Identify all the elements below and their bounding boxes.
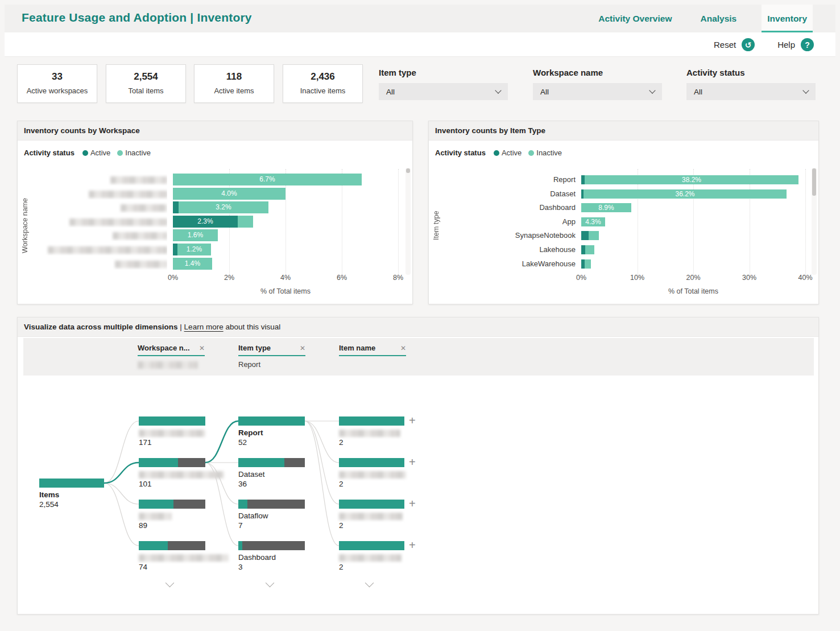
reset-icon[interactable]: ↺ — [742, 38, 755, 51]
app-header: Feature Usage and Adoption | Inventory A… — [5, 5, 835, 32]
scrollbar[interactable] — [812, 168, 817, 275]
x-tick-label: 8% — [393, 274, 403, 282]
scrollbar[interactable] — [405, 168, 411, 275]
tree-node-dashboard[interactable]: Dashboard 3 — [238, 541, 305, 571]
breadcrumb-value: Report — [238, 360, 305, 369]
tree-node-item[interactable]: 2 — [339, 500, 404, 530]
scrollbar-thumb[interactable] — [812, 168, 816, 196]
bar-row[interactable]: Dashboard8.9% — [429, 203, 809, 212]
legend-item-inactive[interactable]: Inactive — [117, 149, 151, 157]
inactive-bar-segment[interactable]: 6.7% — [173, 174, 362, 185]
inactive-bar-segment[interactable] — [589, 231, 599, 240]
active-bar-segment[interactable] — [581, 231, 589, 240]
tree-node-items[interactable]: Items 2,554 — [39, 479, 104, 509]
x-axis: 0%2%4%6%8% — [18, 274, 412, 283]
help-icon[interactable]: ? — [801, 38, 814, 51]
plus-expand-icon[interactable]: + — [409, 416, 416, 425]
scrollbar-thumb[interactable] — [406, 168, 410, 173]
bar-row[interactable]: 4.0% — [18, 188, 403, 200]
inactive-bar-segment[interactable]: 36.2% — [584, 189, 787, 199]
chevron-down-icon — [265, 579, 274, 588]
category-label: Lakehouse — [429, 245, 576, 254]
tree-node-dataset[interactable]: Dataset 36 — [238, 458, 305, 488]
bar-row[interactable]: SynapseNotebook — [429, 231, 809, 240]
x-tick-label: 40% — [798, 274, 812, 282]
tree-node-dataflow[interactable]: Dataflow 7 — [238, 500, 305, 530]
redacted-category-label — [113, 232, 167, 240]
kpi-label: Total items — [106, 86, 185, 95]
kpi-value: 2,436 — [283, 71, 362, 83]
tree-node-item[interactable]: 2 — [339, 416, 404, 447]
plus-expand-icon[interactable]: + — [409, 457, 416, 467]
category-label — [18, 201, 167, 213]
active-bar-segment[interactable] — [173, 244, 177, 255]
workspace-name-dropdown[interactable]: All — [533, 83, 662, 100]
help-button[interactable]: Help ? — [777, 38, 814, 51]
tree-node-item[interactable]: 2 — [339, 458, 404, 488]
redacted-category-label — [89, 191, 167, 198]
bar-row[interactable]: 6.7% — [18, 174, 403, 185]
tree-node-item[interactable]: 2 — [339, 541, 404, 571]
workspace-chart-panel: Inventory counts by Workspace Activity s… — [17, 121, 413, 304]
redacted-node-label — [339, 513, 403, 520]
close-icon[interactable]: ✕ — [400, 344, 406, 352]
inactive-bar-segment[interactable] — [238, 216, 253, 228]
bar-row[interactable]: 1.6% — [18, 229, 403, 241]
legend-item-active[interactable]: Active — [494, 149, 522, 157]
item-type-dropdown[interactable]: All — [379, 83, 508, 100]
plus-expand-icon[interactable]: + — [409, 541, 416, 550]
kpi-total-items: 2,554 Total items — [106, 64, 186, 103]
bar-row[interactable]: 1.2% — [18, 244, 403, 255]
active-bar-segment[interactable] — [581, 245, 585, 254]
reset-button[interactable]: Reset ↺ — [714, 38, 755, 51]
bar-row[interactable]: 2.3% — [18, 216, 403, 228]
bar-row[interactable]: 3.2% — [18, 201, 403, 213]
filter-label: Activity status — [686, 68, 816, 77]
tab-analysis[interactable]: Analysis — [697, 5, 740, 32]
tree-node-workspace-selected[interactable]: 101 — [139, 458, 205, 488]
inactive-bar-segment[interactable]: 3.2% — [179, 201, 268, 213]
tree-node-workspace[interactable]: 89 — [139, 500, 205, 530]
legend-item-inactive[interactable]: Inactive — [528, 149, 562, 157]
tab-activity-overview[interactable]: Activity Overview — [595, 5, 675, 32]
bar-row[interactable]: Dataset36.2% — [429, 189, 809, 199]
close-icon[interactable]: ✕ — [199, 344, 205, 352]
expand-more-item-types-button[interactable] — [263, 578, 276, 586]
chevron-down-icon — [365, 579, 374, 588]
tab-inventory[interactable]: Inventory — [762, 5, 813, 32]
close-icon[interactable]: ✕ — [300, 344, 305, 352]
inactive-bar-segment[interactable]: 38.2% — [585, 175, 798, 184]
legend: Activity status Active Inactive — [24, 149, 151, 157]
learn-more-link[interactable]: Learn more — [184, 323, 224, 331]
kpi-active-workspaces: 33 Active workspaces — [17, 64, 97, 103]
active-bar-segment[interactable] — [173, 201, 179, 213]
expand-more-item-names-button[interactable] — [362, 578, 376, 586]
inactive-bar-segment[interactable] — [585, 259, 591, 269]
bar-rows: 6.7%4.0%3.2%2.3%1.6%1.2%1.4% — [18, 174, 403, 270]
chevron-down-icon — [649, 87, 655, 93]
tree-node-report[interactable]: Report 52 — [238, 416, 305, 447]
active-bar-segment[interactable]: 2.3% — [173, 216, 238, 228]
inactive-bar-segment[interactable]: 8.9% — [581, 203, 631, 212]
inactive-bar-segment[interactable] — [585, 245, 594, 254]
bar-row[interactable]: 1.4% — [18, 258, 403, 270]
inactive-bar-segment[interactable]: 1.6% — [173, 229, 218, 241]
inactive-bar-segment[interactable]: 1.4% — [173, 258, 212, 270]
chart-title: Inventory counts by Workspace — [18, 121, 412, 141]
bar-row[interactable]: Report38.2% — [429, 175, 809, 184]
kpi-label: Active workspaces — [18, 86, 97, 95]
expand-more-workspaces-button[interactable] — [163, 578, 176, 586]
activity-status-dropdown[interactable]: All — [686, 83, 816, 100]
inactive-bar-segment[interactable]: 1.2% — [177, 244, 211, 255]
tree-node-workspace[interactable]: 74 — [139, 541, 205, 571]
x-tick-label: 2% — [224, 274, 234, 282]
bar-row[interactable]: Lakehouse — [429, 245, 809, 254]
bar-row[interactable]: App4.3% — [429, 217, 809, 226]
tree-node-workspace[interactable]: 171 — [139, 416, 205, 447]
inactive-bar-segment[interactable]: 4.0% — [173, 188, 285, 200]
active-dot-icon — [494, 150, 499, 156]
legend-item-active[interactable]: Active — [82, 149, 110, 157]
inactive-bar-segment[interactable]: 4.3% — [581, 217, 605, 226]
bar-row[interactable]: LakeWarehouse — [429, 259, 809, 269]
plus-expand-icon[interactable]: + — [409, 499, 416, 508]
